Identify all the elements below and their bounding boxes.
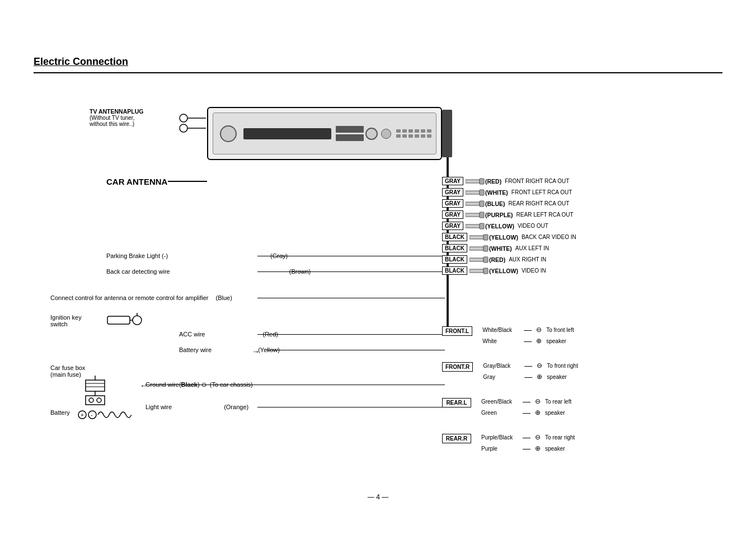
section-title: Electric Connection	[34, 56, 722, 68]
rca-row-7: BLACK (WHITE) AUX LEFT IN	[442, 244, 699, 252]
speaker-front-l: FRONT.L White/Black — ⊖ To front left Wh…	[442, 325, 578, 345]
svg-rect-35	[483, 257, 488, 263]
svg-rect-21	[480, 179, 484, 184]
svg-rect-4	[107, 316, 130, 324]
car-antenna-label: CAR ANTENNA	[106, 177, 167, 186]
svg-rect-20	[466, 180, 480, 183]
connector-block	[442, 110, 452, 157]
svg-point-5	[133, 316, 142, 325]
cd-slot	[243, 128, 331, 139]
rca-box-black-3: BLACK	[442, 255, 467, 264]
tv-antenna-label: TV ANTENNAPLUG (Without TV tuner, withou…	[90, 108, 143, 127]
diagram-area: TV ANTENNAPLUG (Without TV tuner, withou…	[34, 90, 716, 482]
fuse-box-symbol	[81, 376, 109, 407]
rca-box-gray-2: GRAY	[442, 188, 463, 196]
antenna-line	[168, 181, 207, 182]
speaker-rear-l: REAR.L Green/Black — ⊖ To rear left Gree…	[442, 397, 578, 417]
svg-rect-34	[469, 258, 483, 261]
svg-rect-37	[483, 268, 488, 274]
rca-row-1: GRAY (RED) FRONT RIGHT RCA OUT	[442, 177, 699, 185]
rca-box-black-4: BLACK	[442, 266, 467, 275]
svg-rect-9	[86, 380, 105, 391]
rca-row-2: GRAY (WHITE) FRONT LEFT RCA OUT	[442, 188, 699, 196]
buttons-area	[396, 129, 431, 138]
rca-box-black-1: BLACK	[442, 233, 467, 241]
knob-right	[365, 128, 378, 140]
svg-text:+: +	[81, 412, 84, 418]
ignition-label: Ignition keyswitch	[50, 314, 82, 327]
svg-rect-29	[480, 223, 484, 229]
svg-point-2	[180, 124, 187, 132]
title-rule	[34, 72, 722, 73]
svg-rect-23	[480, 190, 484, 195]
rca-box-black-2: BLACK	[442, 244, 467, 252]
rca-row-5: GRAY (YELLOW) VIDEO OUT	[442, 222, 699, 230]
rca-area: GRAY (RED) FRONT RIGHT RCA OUT GRAY (WHI…	[442, 177, 699, 278]
svg-rect-27	[480, 212, 484, 218]
svg-point-14	[89, 398, 93, 402]
page-number: — 4 —	[34, 493, 722, 501]
ignition-symbol	[106, 312, 151, 330]
light-wire-label: Light wire (Orange)	[145, 404, 248, 410]
svg-rect-32	[469, 247, 483, 250]
rca-row-8: BLACK (RED) AUX RIGHT IN	[442, 255, 699, 264]
svg-point-0	[180, 114, 187, 122]
knob-left	[220, 125, 237, 142]
antenna-ctrl-label: Connect control for antenna or remote co…	[50, 294, 232, 301]
svg-rect-36	[469, 269, 483, 273]
arrow-right: →	[252, 347, 260, 356]
speaker-area: FRONT.L White/Black — ⊖ To front left Wh…	[442, 325, 578, 469]
rca-box-gray-5: GRAY	[442, 222, 463, 230]
rca-row-6: BLACK (YELLOW) BACK CAR VIDEO IN	[442, 233, 699, 241]
svg-text:-: -	[91, 412, 92, 418]
battery-symbol: + -	[76, 406, 132, 424]
rca-box-gray-3: GRAY	[442, 199, 463, 208]
rca-box-gray-4: GRAY	[442, 210, 463, 219]
head-unit	[207, 107, 442, 160]
svg-rect-28	[466, 224, 480, 228]
car-fuse-label: Car fuse box(main fuse)	[50, 364, 85, 378]
svg-rect-25	[480, 201, 484, 207]
arrow-left: ←	[140, 381, 148, 390]
battery-label: Battery	[50, 409, 70, 416]
rca-row-4: GRAY (PURPLE) REAR LEFT RCA OUT	[442, 210, 699, 219]
svg-point-15	[97, 398, 101, 402]
speaker-rear-r: REAR.R Purple/Black — ⊖ To rear right Pu…	[442, 433, 578, 453]
rca-row-3: GRAY (BLUE) REAR RIGHT RCA OUT	[442, 199, 699, 208]
rca-row-9: BLACK (YELLOW) VIDEO IN	[442, 266, 699, 275]
svg-rect-26	[466, 213, 480, 217]
antenna-plug-symbol	[178, 111, 212, 140]
svg-rect-30	[469, 236, 483, 239]
svg-rect-13	[86, 396, 105, 405]
battery-wire-label: Battery wire (Yellow)	[179, 346, 280, 353]
rca-box-gray-1: GRAY	[442, 177, 463, 185]
speaker-front-r: FRONT.R Gray/Black — ⊖ To front right Gr…	[442, 361, 578, 381]
svg-rect-33	[483, 246, 488, 251]
svg-rect-22	[466, 191, 480, 194]
svg-rect-24	[466, 202, 480, 205]
svg-rect-31	[483, 235, 488, 240]
